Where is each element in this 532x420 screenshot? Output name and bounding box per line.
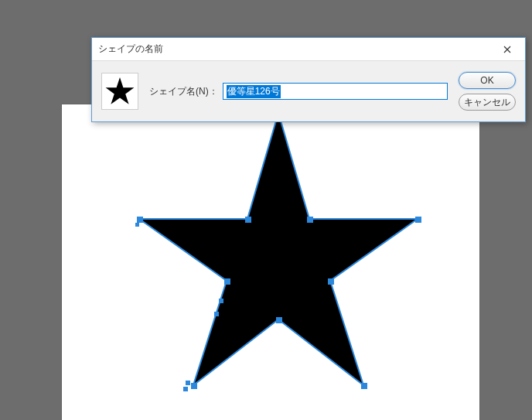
shape-thumbnail <box>101 73 138 110</box>
svg-rect-3 <box>328 278 334 285</box>
shape-name-input[interactable]: 優等星126号 <box>223 83 448 100</box>
svg-rect-8 <box>137 217 143 223</box>
dialog-title: シェイプの名前 <box>98 43 163 56</box>
shape-name-label: シェイプ名(N)： <box>149 85 218 98</box>
svg-rect-7 <box>224 278 230 285</box>
svg-rect-13 <box>183 387 188 391</box>
svg-rect-11 <box>214 312 219 316</box>
svg-rect-10 <box>219 299 223 303</box>
form-row: シェイプ名(N)： 優等星126号 <box>149 83 448 100</box>
dialog-titlebar[interactable]: シェイプの名前 <box>92 38 525 61</box>
dialog-buttons: OK キャンセル <box>459 72 516 111</box>
close-button[interactable] <box>496 39 519 60</box>
shape-name-value: 優等星126号 <box>227 85 281 98</box>
dialog-body: シェイプ名(N)： 優等星126号 OK キャンセル <box>92 61 525 121</box>
close-icon <box>503 46 511 53</box>
svg-rect-4 <box>361 383 367 389</box>
svg-rect-2 <box>415 217 421 223</box>
cancel-button[interactable]: キャンセル <box>459 94 516 111</box>
star-vector-shape[interactable] <box>135 107 421 393</box>
shape-name-dialog: シェイプの名前 シェイプ名(N)： 優等星126号 OK キャンセル <box>91 37 526 122</box>
star-icon <box>104 76 135 107</box>
ok-button[interactable]: OK <box>459 72 516 89</box>
canvas-document[interactable] <box>62 104 479 420</box>
svg-rect-6 <box>191 383 197 389</box>
svg-rect-14 <box>135 223 139 227</box>
svg-rect-1 <box>307 217 313 223</box>
svg-rect-9 <box>245 217 251 223</box>
svg-rect-12 <box>186 381 190 385</box>
svg-rect-5 <box>276 317 282 323</box>
